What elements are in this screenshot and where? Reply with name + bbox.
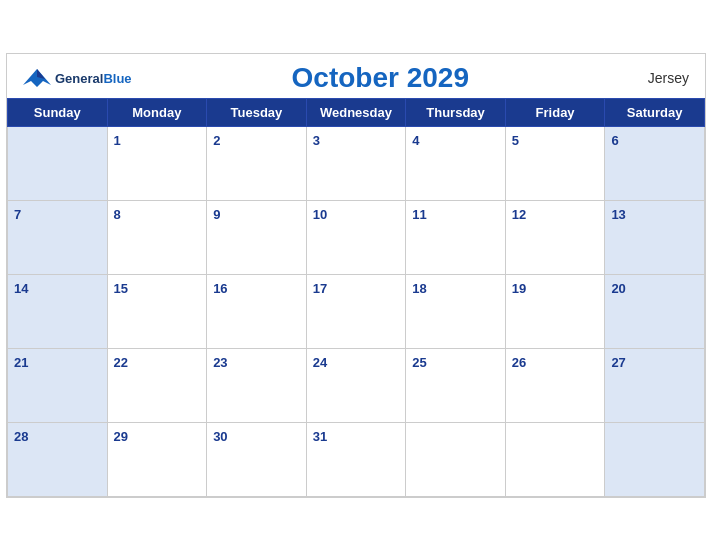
weekday-header-row: Sunday Monday Tuesday Wednesday Thursday… <box>8 98 705 126</box>
col-wednesday: Wednesday <box>306 98 406 126</box>
calendar-cell: 4 <box>406 126 506 200</box>
logo-text: GeneralBlue <box>55 69 132 87</box>
col-sunday: Sunday <box>8 98 108 126</box>
calendar-cell: 27 <box>605 348 705 422</box>
calendar-cell: 5 <box>505 126 605 200</box>
col-saturday: Saturday <box>605 98 705 126</box>
week-row-3: 14151617181920 <box>8 274 705 348</box>
calendar-cell: 31 <box>306 422 406 496</box>
day-number: 4 <box>412 133 419 148</box>
logo-blue: Blue <box>103 71 131 86</box>
calendar-cell: 18 <box>406 274 506 348</box>
day-number: 6 <box>611 133 618 148</box>
calendar-cell: 30 <box>207 422 307 496</box>
calendar-title: October 2029 <box>132 62 629 94</box>
week-row-1: 123456 <box>8 126 705 200</box>
day-number: 24 <box>313 355 327 370</box>
day-number: 18 <box>412 281 426 296</box>
calendar-cell: 3 <box>306 126 406 200</box>
day-number: 21 <box>14 355 28 370</box>
calendar-cell: 7 <box>8 200 108 274</box>
calendar-cell: 10 <box>306 200 406 274</box>
week-row-5: 28293031 <box>8 422 705 496</box>
calendar-cell <box>505 422 605 496</box>
calendar-cell: 8 <box>107 200 207 274</box>
calendar-cell: 19 <box>505 274 605 348</box>
calendar-cell: 29 <box>107 422 207 496</box>
calendar-grid: Sunday Monday Tuesday Wednesday Thursday… <box>7 98 705 497</box>
day-number: 16 <box>213 281 227 296</box>
day-number: 10 <box>313 207 327 222</box>
calendar-cell <box>8 126 108 200</box>
calendar-body: 1234567891011121314151617181920212223242… <box>8 126 705 496</box>
calendar-cell: 9 <box>207 200 307 274</box>
day-number: 2 <box>213 133 220 148</box>
day-number: 19 <box>512 281 526 296</box>
logo: GeneralBlue <box>23 67 132 89</box>
calendar-cell <box>605 422 705 496</box>
day-number: 7 <box>14 207 21 222</box>
day-number: 12 <box>512 207 526 222</box>
week-row-2: 78910111213 <box>8 200 705 274</box>
day-number: 15 <box>114 281 128 296</box>
day-number: 9 <box>213 207 220 222</box>
calendar-cell: 12 <box>505 200 605 274</box>
calendar-container: GeneralBlue October 2029 Jersey Sunday M… <box>6 53 706 498</box>
day-number: 20 <box>611 281 625 296</box>
logo-general: General <box>55 71 103 86</box>
calendar-cell: 21 <box>8 348 108 422</box>
calendar-header: GeneralBlue October 2029 Jersey <box>7 54 705 98</box>
calendar-cell: 22 <box>107 348 207 422</box>
day-number: 17 <box>313 281 327 296</box>
calendar-cell: 2 <box>207 126 307 200</box>
region-label: Jersey <box>629 70 689 86</box>
calendar-cell: 28 <box>8 422 108 496</box>
day-number: 1 <box>114 133 121 148</box>
day-number: 31 <box>313 429 327 444</box>
calendar-cell: 17 <box>306 274 406 348</box>
day-number: 11 <box>412 207 426 222</box>
day-number: 25 <box>412 355 426 370</box>
calendar-cell: 16 <box>207 274 307 348</box>
calendar-cell: 20 <box>605 274 705 348</box>
day-number: 8 <box>114 207 121 222</box>
day-number: 30 <box>213 429 227 444</box>
calendar-cell: 6 <box>605 126 705 200</box>
calendar-cell: 24 <box>306 348 406 422</box>
calendar-cell: 11 <box>406 200 506 274</box>
day-number: 23 <box>213 355 227 370</box>
day-number: 28 <box>14 429 28 444</box>
calendar-cell: 1 <box>107 126 207 200</box>
col-thursday: Thursday <box>406 98 506 126</box>
week-row-4: 21222324252627 <box>8 348 705 422</box>
day-number: 27 <box>611 355 625 370</box>
day-number: 26 <box>512 355 526 370</box>
logo-icon <box>23 67 51 89</box>
day-number: 13 <box>611 207 625 222</box>
calendar-cell <box>406 422 506 496</box>
day-number: 5 <box>512 133 519 148</box>
calendar-cell: 26 <box>505 348 605 422</box>
calendar-cell: 25 <box>406 348 506 422</box>
day-number: 3 <box>313 133 320 148</box>
day-number: 14 <box>14 281 28 296</box>
col-monday: Monday <box>107 98 207 126</box>
calendar-cell: 23 <box>207 348 307 422</box>
col-friday: Friday <box>505 98 605 126</box>
calendar-cell: 15 <box>107 274 207 348</box>
col-tuesday: Tuesday <box>207 98 307 126</box>
calendar-cell: 14 <box>8 274 108 348</box>
day-number: 22 <box>114 355 128 370</box>
calendar-cell: 13 <box>605 200 705 274</box>
day-number: 29 <box>114 429 128 444</box>
